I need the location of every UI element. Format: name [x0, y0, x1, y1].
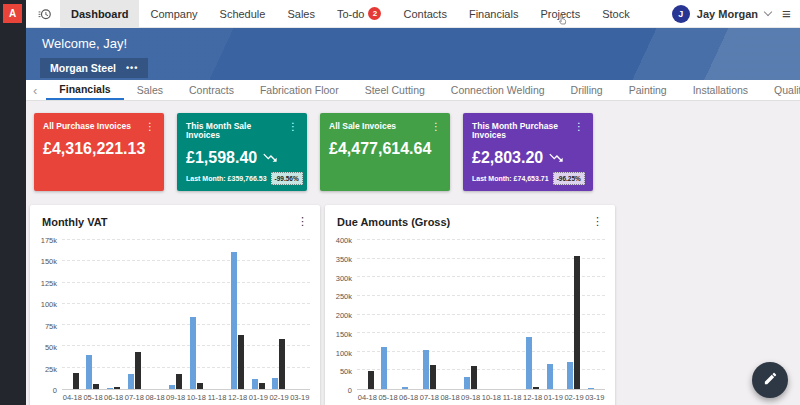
- bar-group-02-19: [567, 240, 580, 389]
- bar-series-blue: [128, 374, 134, 389]
- bar-series-blue: [547, 364, 553, 389]
- tab-sales[interactable]: Sales: [124, 80, 176, 100]
- nav-item-sales[interactable]: Sales: [276, 0, 326, 28]
- nav-label: Financials: [469, 8, 519, 20]
- bar-series-dark: [238, 335, 244, 389]
- nav-label: Dashboard: [71, 8, 128, 20]
- user-avatar[interactable]: J: [672, 5, 690, 23]
- kpi-card-month-purchase-invoices: This Month Purchase Invoices ⋮ £2,803.20…: [463, 113, 593, 191]
- bar-series-blue: [169, 385, 175, 389]
- bar-series-dark: [471, 366, 477, 389]
- kebab-menu-icon[interactable]: ⋮: [574, 122, 584, 132]
- x-tick: 12-18: [522, 393, 543, 402]
- bar-series-blue: [231, 252, 237, 389]
- bar-group-05-18: [86, 240, 99, 389]
- chart-plot-area: [357, 240, 605, 390]
- welcome-banner: Welcome, Jay! Morgan Steel •••: [26, 28, 800, 80]
- nav-item-todo[interactable]: To-do 2: [326, 0, 393, 28]
- bar-group-02-19: [272, 240, 285, 389]
- edit-fab-button[interactable]: [752, 362, 788, 398]
- tab-painting[interactable]: Painting: [616, 80, 680, 100]
- x-tick: 04-18: [62, 393, 83, 402]
- y-tick: 50k: [340, 367, 352, 376]
- x-tick: 01-19: [248, 393, 269, 402]
- collapsed-sidebar[interactable]: A: [0, 0, 26, 405]
- kpi-card-all-sale-invoices: All Sale Invoices ⋮ £4,477,614.64: [320, 113, 450, 191]
- app-logo[interactable]: A: [3, 4, 22, 23]
- last-month-label: Last Month: £359,766.53: [186, 175, 267, 182]
- tab-scroll-left-icon[interactable]: ‹: [26, 80, 46, 100]
- y-tick: 350k: [336, 254, 352, 263]
- change-percent-badge: -96.25%: [553, 172, 585, 185]
- tab-fabrication-floor[interactable]: Fabrication Floor: [247, 80, 352, 100]
- company-selector[interactable]: Morgan Steel •••: [40, 58, 148, 78]
- bar-series-dark: [114, 387, 120, 389]
- bar-group-09-18: [169, 240, 182, 389]
- company-name: Morgan Steel: [50, 62, 116, 74]
- bar-group-04-18: [66, 240, 79, 389]
- nav-label: Stock: [602, 8, 630, 20]
- kpi-cards-row: All Purchase Invoices ⋮ £4,316,221.13 Th…: [34, 113, 593, 191]
- bar-group-06-18: [107, 240, 120, 389]
- nav-item-stock[interactable]: Stock: [591, 0, 641, 28]
- kebab-menu-icon[interactable]: ⋮: [431, 122, 441, 132]
- bar-group-05-18: [381, 240, 394, 389]
- pencil-icon: [763, 371, 778, 390]
- tab-drilling[interactable]: Drilling: [558, 80, 616, 100]
- kebab-menu-icon[interactable]: ⋮: [288, 122, 298, 132]
- nav-item-projects[interactable]: Projects: [529, 0, 591, 28]
- y-axis-labels: 025k50k75k100k125k150k175k: [36, 240, 62, 390]
- y-tick: 50k: [45, 343, 57, 352]
- y-tick: 250k: [336, 292, 352, 301]
- x-tick: 10-18: [186, 393, 207, 402]
- card-amount: £1,598.40: [186, 149, 257, 167]
- bar-group-10-18: [485, 240, 498, 389]
- y-tick: 400k: [336, 236, 352, 245]
- topbar-user-area: J Jay Morgan ≡: [672, 5, 800, 23]
- bar-series-dark: [574, 256, 580, 389]
- card-amount: £2,803.20: [472, 149, 543, 167]
- bar-group-10-18: [190, 240, 203, 389]
- bar-series-blue: [567, 362, 573, 389]
- y-tick: 75k: [45, 321, 57, 330]
- top-nav-bar: Dashboard Company Schedule Sales To-do 2…: [26, 0, 800, 28]
- bar-series-blue: [381, 347, 387, 389]
- x-tick: 07-18: [124, 393, 145, 402]
- chevron-down-icon[interactable]: [764, 8, 772, 16]
- bar-series-blue: [464, 377, 470, 389]
- bar-series-blue: [423, 350, 429, 389]
- tab-contracts[interactable]: Contracts: [176, 80, 247, 100]
- change-percent-badge: -99.56%: [271, 172, 303, 185]
- menu-icon[interactable]: ≡: [782, 5, 798, 22]
- x-tick: 03-19: [584, 393, 605, 402]
- tab-financials[interactable]: Financials: [46, 80, 123, 100]
- bar-group-11-18: [210, 240, 223, 389]
- tab-connection-welding[interactable]: Connection Welding: [438, 80, 558, 100]
- chart-card-due-amounts: Due Amounts (Gross) ⋮ 050k100k150k200k25…: [325, 205, 615, 405]
- x-tick: 07-18: [419, 393, 440, 402]
- kebab-menu-icon[interactable]: ⋮: [145, 122, 155, 132]
- dashboard-tabbar: ‹ Financials Sales Contracts Fabrication…: [26, 80, 800, 101]
- nav-item-schedule[interactable]: Schedule: [209, 0, 277, 28]
- nav-label: Sales: [287, 8, 315, 20]
- nav-label: Company: [150, 8, 197, 20]
- nav-item-dashboard[interactable]: Dashboard: [60, 0, 139, 28]
- x-tick: 12-18: [227, 393, 248, 402]
- bar-group-04-18: [361, 240, 374, 389]
- card-title: This Month Purchase Invoices: [472, 122, 574, 141]
- trending-down-icon: [548, 149, 564, 167]
- nav-item-financials[interactable]: Financials: [458, 0, 530, 28]
- tab-steel-cutting[interactable]: Steel Cutting: [352, 80, 438, 100]
- tab-installations[interactable]: Installations: [680, 80, 761, 100]
- user-name[interactable]: Jay Morgan: [697, 8, 758, 20]
- kebab-menu-icon[interactable]: ⋮: [297, 215, 308, 228]
- tab-quality-complain[interactable]: Quality Complain: [761, 80, 800, 100]
- bar-series-dark: [430, 365, 436, 389]
- more-options-icon[interactable]: •••: [126, 65, 138, 71]
- nav-item-contacts[interactable]: Contacts: [392, 0, 457, 28]
- bar-series-dark: [279, 339, 285, 389]
- history-icon[interactable]: [38, 7, 52, 21]
- nav-item-company[interactable]: Company: [139, 0, 208, 28]
- nav-label: To-do: [337, 8, 365, 20]
- kebab-menu-icon[interactable]: ⋮: [592, 215, 603, 228]
